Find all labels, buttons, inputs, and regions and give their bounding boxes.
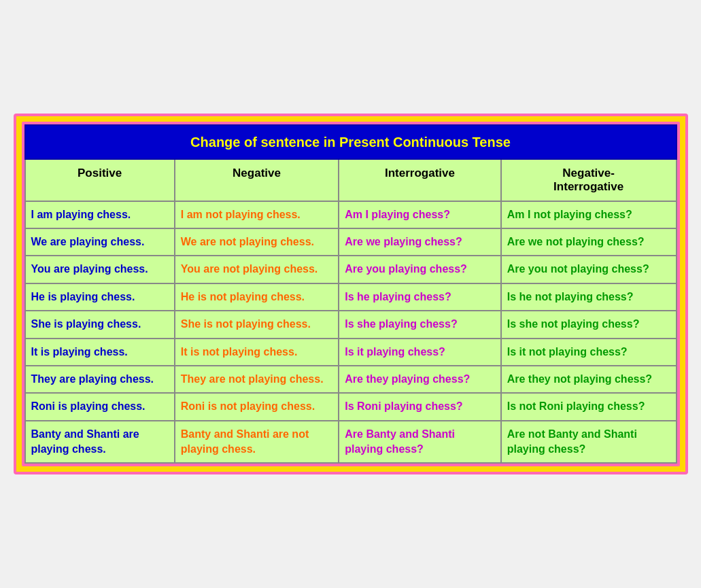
cell-interrogative: Are they playing chess? [339,366,500,393]
header-interrogative: Interrogative [339,159,500,201]
main-table: Change of sentence in Present Continuous… [24,124,677,464]
cell-negative: Roni is not playing chess. [175,393,339,420]
cell-neg-interrogative: Are they not playing chess? [501,366,677,393]
cell-negative: You are not playing chess. [175,256,339,283]
cell-negative: Banty and Shanti are not playing chess. [175,421,339,464]
cell-positive: She is playing chess. [25,311,175,338]
cell-interrogative: Am I playing chess? [339,201,500,228]
table-row: You are playing chess.You are not playin… [25,256,677,283]
table-row: They are playing chess.They are not play… [25,366,677,393]
cell-interrogative: Are we playing chess? [339,228,500,256]
cell-negative: It is not playing chess. [175,339,339,366]
cell-positive: You are playing chess. [25,256,175,283]
header-negative: Negative [175,159,339,201]
cell-negative: We are not playing chess. [175,228,339,256]
cell-neg-interrogative: Is not Roni playing chess? [501,393,677,420]
table-row: We are playing chess.We are not playing … [25,228,677,256]
cell-positive: I am playing chess. [25,201,175,228]
table-body: I am playing chess.I am not playing ches… [25,201,677,464]
cell-neg-interrogative: Am I not playing chess? [501,201,677,228]
cell-neg-interrogative: Is it not playing chess? [501,339,677,366]
cell-positive: It is playing chess. [25,339,175,366]
cell-positive: Roni is playing chess. [25,393,175,420]
table-row: She is playing chess.She is not playing … [25,311,677,338]
cell-interrogative: Is it playing chess? [339,339,500,366]
table-row: Roni is playing chess.Roni is not playin… [25,393,677,420]
cell-interrogative: Is he playing chess? [339,283,500,311]
cell-interrogative: Are Banty and Shanti playing chess? [339,421,500,464]
cell-neg-interrogative: Is she not playing chess? [501,311,677,338]
cell-negative: They are not playing chess. [175,366,339,393]
cell-interrogative: Is she playing chess? [339,311,500,338]
header-row: Positive Negative Interrogative Negative… [25,159,677,201]
cell-interrogative: Are you playing chess? [339,256,500,283]
table-row: It is playing chess.It is not playing ch… [25,339,677,366]
table-row: He is playing chess.He is not playing ch… [25,283,677,311]
header-positive: Positive [25,159,175,201]
cell-negative: She is not playing chess. [175,311,339,338]
outer-border: Change of sentence in Present Continuous… [14,114,688,475]
title-row: Change of sentence in Present Continuous… [25,125,677,159]
cell-interrogative: Is Roni playing chess? [339,393,500,420]
cell-positive: He is playing chess. [25,283,175,311]
cell-neg-interrogative: Is he not playing chess? [501,283,677,311]
cell-neg-interrogative: Are we not playing chess? [501,228,677,256]
cell-neg-interrogative: Are you not playing chess? [501,256,677,283]
inner-border: Change of sentence in Present Continuous… [22,122,680,467]
cell-neg-interrogative: Are not Banty and Shanti playing chess? [501,421,677,464]
table-row: Banty and Shanti are playing chess.Banty… [25,421,677,464]
cell-positive: They are playing chess. [25,366,175,393]
cell-negative: I am not playing chess. [175,201,339,228]
table-row: I am playing chess.I am not playing ches… [25,201,677,228]
table-title: Change of sentence in Present Continuous… [25,125,677,159]
cell-positive: We are playing chess. [25,228,175,256]
cell-negative: He is not playing chess. [175,283,339,311]
header-neg-interrogative: Negative-Interrogative [501,159,677,201]
cell-positive: Banty and Shanti are playing chess. [25,421,175,464]
